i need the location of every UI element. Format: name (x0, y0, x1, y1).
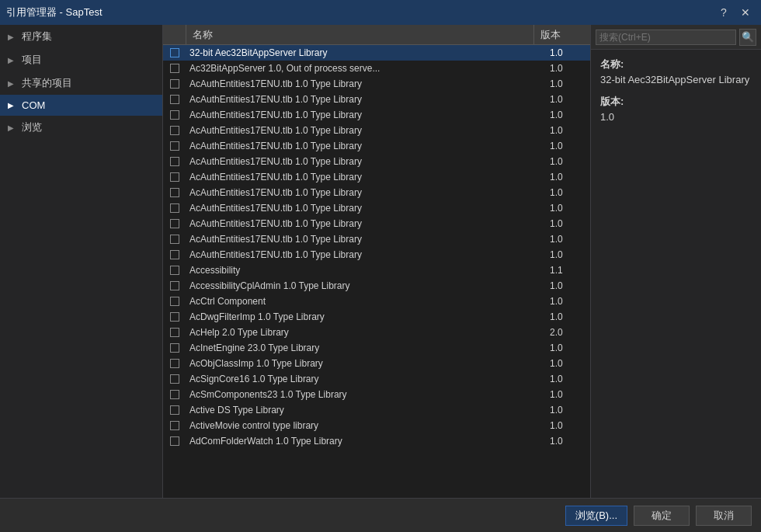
browse-button[interactable]: 浏览(B)... (565, 506, 627, 526)
row-checkbox[interactable] (163, 172, 186, 182)
table-row[interactable]: Active DS Type Library1.0 (163, 402, 590, 418)
row-name: AcSmComponents23 1.0 Type Library (186, 389, 544, 400)
row-checkbox[interactable] (163, 126, 186, 135)
row-checkbox[interactable] (163, 297, 186, 306)
table-row[interactable]: AcAuthEntities17ENU.tlb 1.0 Type Library… (163, 154, 590, 169)
table-row[interactable]: AcObjClassImp 1.0 Type Library1.0 (163, 356, 590, 371)
row-checkbox[interactable] (163, 436, 186, 446)
table-row[interactable]: AcAuthEntities17ENU.tlb 1.0 Type Library… (163, 247, 590, 263)
name-label: 名称: (600, 57, 752, 71)
ok-button[interactable]: 确定 (634, 506, 690, 526)
table-row[interactable]: Ac32BitAppServer 1.0, Out of process ser… (163, 61, 590, 76)
row-checkbox[interactable] (163, 235, 186, 244)
table-row[interactable]: AcAuthEntities17ENU.tlb 1.0 Type Library… (163, 169, 590, 185)
sidebar-item-assemblies[interactable]: ▶ 程序集 (0, 25, 162, 48)
row-version: 1.0 (544, 342, 590, 353)
row-checkbox[interactable] (163, 281, 186, 290)
table-row[interactable]: AcCtrl Component1.0 (163, 294, 590, 309)
row-checkbox[interactable] (163, 421, 186, 430)
table-row[interactable]: AcAuthEntities17ENU.tlb 1.0 Type Library… (163, 123, 590, 138)
table-row[interactable]: AcAuthEntities17ENU.tlb 1.0 Type Library… (163, 76, 590, 92)
row-version: 1.0 (544, 374, 590, 384)
arrow-icon-assemblies: ▶ (8, 33, 17, 41)
table-row[interactable]: Accessibility1.1 (163, 263, 590, 278)
bottom-bar: 浏览(B)... 确定 取消 (0, 498, 761, 532)
checkbox-icon (170, 64, 179, 73)
col-version-header: 版本 (534, 25, 581, 44)
table-row[interactable]: AcAuthEntities17ENU.tlb 1.0 Type Library… (163, 200, 590, 216)
row-version: 1.0 (544, 47, 590, 58)
table-row[interactable]: AcAuthEntities17ENU.tlb 1.0 Type Library… (163, 216, 590, 231)
row-checkbox[interactable] (163, 390, 186, 399)
sidebar-label-projects: 项目 (22, 53, 42, 67)
sidebar-item-projects[interactable]: ▶ 项目 (0, 48, 162, 71)
close-button[interactable]: ✕ (736, 5, 755, 20)
table-row[interactable]: AcAuthEntities17ENU.tlb 1.0 Type Library… (163, 138, 590, 154)
table-row[interactable]: AcSmComponents23 1.0 Type Library1.0 (163, 387, 590, 402)
row-name: AcAuthEntities17ENU.tlb 1.0 Type Library (186, 187, 544, 198)
table-row[interactable]: AcInetEngine 23.0 Type Library1.0 (163, 340, 590, 356)
row-version: 1.0 (544, 389, 590, 400)
row-version: 2.0 (544, 327, 590, 338)
row-checkbox[interactable] (163, 64, 186, 73)
checkbox-icon (170, 219, 179, 228)
checkbox-icon (170, 405, 179, 415)
row-checkbox[interactable] (163, 203, 186, 213)
row-version: 1.0 (544, 436, 590, 447)
table-row[interactable]: ActiveMovie control type library1.0 (163, 418, 590, 433)
row-name: AcAuthEntities17ENU.tlb 1.0 Type Library (186, 249, 544, 260)
checkbox-icon (170, 359, 179, 368)
table-row[interactable]: AcHelp 2.0 Type Library2.0 (163, 325, 590, 340)
row-checkbox[interactable] (163, 48, 186, 57)
table-row[interactable]: AcSignCore16 1.0 Type Library1.0 (163, 371, 590, 387)
row-checkbox[interactable] (163, 266, 186, 275)
sidebar-label-assemblies: 程序集 (22, 30, 52, 43)
checkbox-icon (170, 436, 179, 446)
sidebar-label-shared: 共享的项目 (22, 76, 72, 90)
row-checkbox[interactable] (163, 312, 186, 322)
table-row[interactable]: AcAuthEntities17ENU.tlb 1.0 Type Library… (163, 231, 590, 247)
row-version: 1.0 (544, 218, 590, 229)
search-button[interactable]: 🔍 (739, 29, 756, 46)
right-info: 名称: 32-bit Aec32BitAppServer Library 版本:… (591, 50, 761, 140)
row-checkbox[interactable] (163, 141, 186, 151)
search-input[interactable] (596, 30, 736, 45)
cancel-button[interactable]: 取消 (696, 506, 752, 526)
checkbox-icon (170, 312, 179, 322)
help-button[interactable]: ? (714, 5, 733, 20)
row-version: 1.0 (544, 187, 590, 198)
row-checkbox[interactable] (163, 359, 186, 368)
table-row[interactable]: AcAuthEntities17ENU.tlb 1.0 Type Library… (163, 92, 590, 107)
table-row[interactable]: AcAuthEntities17ENU.tlb 1.0 Type Library… (163, 185, 590, 200)
checkbox-icon (170, 390, 179, 399)
row-version: 1.0 (544, 203, 590, 214)
row-checkbox[interactable] (163, 219, 186, 228)
table-row[interactable]: 32-bit Aec32BitAppServer Library1.0 (163, 45, 590, 61)
row-checkbox[interactable] (163, 328, 186, 337)
table-body[interactable]: 32-bit Aec32BitAppServer Library1.0Ac32B… (163, 45, 590, 498)
row-checkbox[interactable] (163, 79, 186, 89)
row-checkbox[interactable] (163, 95, 186, 104)
row-checkbox[interactable] (163, 250, 186, 259)
sidebar-item-browse[interactable]: ▶ 浏览 (0, 116, 162, 139)
row-version: 1.0 (544, 358, 590, 369)
checkbox-icon (170, 281, 179, 290)
row-version: 1.1 (544, 265, 590, 276)
row-checkbox[interactable] (163, 157, 186, 166)
row-version: 1.0 (544, 110, 590, 120)
table-header: 名称 版本 (163, 25, 590, 45)
main-area: 名称 版本 32-bit Aec32BitAppServer Library1.… (163, 25, 590, 498)
row-version: 1.0 (544, 172, 590, 183)
table-row[interactable]: AcDwgFilterImp 1.0 Type Library1.0 (163, 309, 590, 325)
row-checkbox[interactable] (163, 343, 186, 353)
table-row[interactable]: AcAuthEntities17ENU.tlb 1.0 Type Library… (163, 107, 590, 123)
table-row[interactable]: AdComFolderWatch 1.0 Type Library1.0 (163, 433, 590, 449)
row-checkbox[interactable] (163, 110, 186, 120)
row-checkbox[interactable] (163, 374, 186, 384)
table-row[interactable]: AccessibilityCplAdmin 1.0 Type Library1.… (163, 278, 590, 294)
row-checkbox[interactable] (163, 405, 186, 415)
title-controls: ? ✕ (714, 5, 755, 20)
sidebar-item-shared[interactable]: ▶ 共享的项目 (0, 71, 162, 95)
row-checkbox[interactable] (163, 188, 186, 197)
sidebar-item-com[interactable]: ▶ COM (0, 95, 162, 116)
